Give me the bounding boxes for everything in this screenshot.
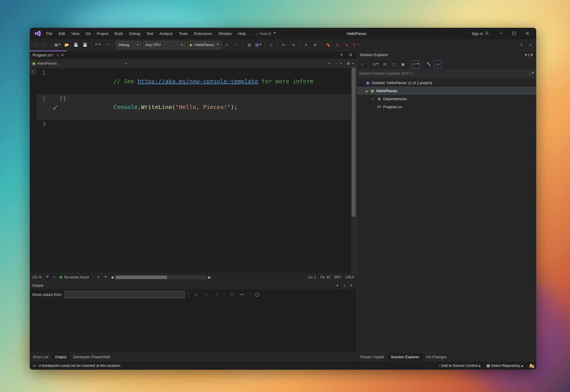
select-repository-button[interactable]: ▦ Select Repository ▴ (486, 363, 523, 368)
menu-analyze[interactable]: Analyze (157, 30, 175, 37)
live-share-button[interactable]: ⇪ (517, 41, 525, 49)
new-item-button[interactable]: ▦ (54, 41, 62, 49)
scroll-right-icon[interactable]: ▶ (208, 275, 211, 279)
vertical-scrollbar[interactable] (351, 68, 357, 273)
panel-dropdown-button[interactable]: ▾ (334, 282, 341, 288)
indent-mode[interactable]: SPC (334, 275, 341, 279)
menu-file[interactable]: File (43, 30, 55, 37)
menu-tools[interactable]: Tools (176, 30, 191, 37)
save-all-button[interactable]: 💾 (81, 41, 89, 49)
nav-extra-2[interactable]: ⊕ (345, 59, 357, 68)
feedback-button[interactable]: ☺ (527, 41, 535, 49)
tab-solution-explorer[interactable]: Solution Explorer (387, 353, 423, 361)
panel-dropdown-button[interactable]: ▾ (525, 53, 527, 57)
sx-properties-button[interactable]: 🔧 (425, 60, 433, 68)
solution-config-combo[interactable]: Debug (116, 41, 142, 49)
bookmark-prev-button[interactable]: 🔖 (333, 41, 341, 49)
menu-project[interactable]: Project (94, 30, 111, 37)
save-button[interactable]: 💾 (72, 41, 80, 49)
expander-icon[interactable]: ▷ (371, 97, 375, 101)
sx-view-mode-button[interactable]: ⤢ (412, 60, 420, 68)
start-debug-button[interactable]: ▶ HelloPieces (187, 41, 222, 49)
close-button[interactable] (521, 29, 534, 38)
hot-reload-button[interactable]: ⟳ (232, 41, 240, 49)
eol-mode[interactable]: CRLF (345, 275, 354, 279)
toolbar-btn-3[interactable]: ⌂ (267, 41, 275, 49)
output-body[interactable] (30, 300, 357, 353)
sign-in-button[interactable]: Sign in (472, 31, 489, 36)
menu-extensions[interactable]: Extensions (191, 30, 215, 37)
intellisense-icon[interactable]: ✧ (53, 275, 56, 279)
nav-type-combo[interactable] (130, 59, 333, 68)
menu-git[interactable]: Git (83, 30, 93, 37)
tab-overflow-button[interactable]: ▾ (338, 51, 346, 59)
tree-project-node[interactable]: ◢ ▣ HelloPieces (357, 87, 536, 95)
tab-git-changes[interactable]: Git Changes (423, 353, 450, 361)
outdent-button[interactable]: ⇤ (280, 41, 288, 49)
scrollbar-thumb[interactable] (116, 276, 167, 279)
panel-pin-button[interactable]: ⊥ (527, 53, 530, 57)
tab-close-icon[interactable]: ✕ (61, 53, 64, 57)
tab-pieces-copilot[interactable]: Pieces Copilot (357, 353, 387, 361)
bookmark-button[interactable]: 🔖 (324, 41, 332, 49)
nav-extra-1[interactable]: ↕ (333, 59, 345, 68)
solution-explorer-search[interactable]: Search Solution Explorer (Ctrl+;) ⌕ (357, 70, 536, 78)
pin-icon[interactable]: ⊣ (56, 53, 59, 57)
maximize-button[interactable] (508, 29, 521, 38)
menu-test[interactable]: Test (144, 30, 156, 37)
zoom-level[interactable]: 131 % (32, 275, 42, 279)
redo-button[interactable]: ↷ (103, 41, 111, 49)
sx-btn-4[interactable]: ▣ (399, 60, 407, 68)
toolbar-btn-2[interactable]: ▤ (254, 41, 262, 49)
open-file-button[interactable]: 📂 (63, 41, 71, 49)
screwdriver-icon[interactable] (51, 94, 60, 120)
horizontal-scrollbar[interactable]: ◀ ▶ (111, 275, 211, 279)
nav-back-button[interactable]: ◯ (31, 41, 39, 49)
output-btn-3[interactable]: ≡ (213, 290, 221, 298)
scrollbar-thumb[interactable] (352, 68, 356, 217)
panel-pin-button[interactable]: ⊥ (341, 282, 347, 288)
start-without-debug-button[interactable]: ▷ (223, 41, 231, 49)
tree-dependencies-node[interactable]: ▷ ⊞ Dependencies (357, 95, 536, 103)
text-editor-surface[interactable]: 1 // See https://aka.ms/new-console-temp… (37, 68, 357, 273)
notifications-button[interactable]: 🔔1 (529, 363, 533, 368)
bookmark-next-button[interactable]: 🔖 (343, 41, 351, 49)
output-btn-2[interactable]: ≡ (202, 290, 210, 298)
sx-preview-button[interactable]: ▭ (434, 60, 442, 68)
url-link[interactable]: https://aka.ms/new-console-template (138, 78, 258, 85)
expander-icon[interactable]: ◢ (364, 89, 368, 93)
expander-icon[interactable] (360, 81, 364, 85)
output-clear-button[interactable]: ◯ (253, 290, 261, 298)
panel-close-button[interactable]: ✕ (348, 282, 354, 288)
cursor-char[interactable]: Ch: 33 (320, 275, 330, 279)
brush-icon[interactable]: ✎ (97, 275, 100, 279)
tree-file-node[interactable]: C# Program.cs (357, 103, 536, 111)
menu-build[interactable]: Build (112, 30, 126, 37)
tab-settings-button[interactable]: ⚙ (347, 51, 355, 59)
sx-btn-3[interactable]: ▢ (390, 60, 398, 68)
tab-output[interactable]: Output (52, 353, 70, 361)
tree-solution-node[interactable]: ▣ Solution 'HelloPieces' (1 of 1 project… (357, 79, 536, 87)
output-btn-1[interactable]: ≣ (192, 290, 200, 298)
menu-view[interactable]: View (68, 30, 82, 37)
output-wrap-button[interactable]: ↩ (238, 290, 246, 298)
add-source-control-button[interactable]: ↑ Add to Source Control ▴ (438, 363, 481, 368)
panel-close-button[interactable]: ✕ (530, 53, 533, 57)
sx-home-button[interactable]: ⌂ (359, 60, 367, 68)
nav-project-combo[interactable]: ▣ HelloPieces (30, 59, 130, 68)
solution-tree[interactable]: ▣ Solution 'HelloPieces' (1 of 1 project… (357, 78, 536, 353)
chevron-down-icon[interactable] (46, 276, 49, 278)
code-editor[interactable]: {▫ 1 // See https://aka.ms/new-console-t… (30, 68, 357, 273)
menu-edit[interactable]: Edit (56, 30, 68, 37)
bookmark-clear-button[interactable]: 🔖 (352, 41, 360, 49)
indent-button[interactable]: ⇥ (289, 41, 297, 49)
sx-sync-button[interactable]: ⇄ (381, 60, 389, 68)
cursor-line[interactable]: Ln: 2 (308, 275, 316, 279)
undo-button[interactable]: ↶ (94, 41, 102, 49)
menu-window[interactable]: Window (216, 30, 235, 37)
scroll-left-icon[interactable]: ◀ (111, 275, 113, 279)
issues-indicator[interactable]: No issues found (60, 275, 89, 279)
tab-error-list[interactable]: Error List (30, 353, 52, 361)
tab-developer-powershell[interactable]: Developer PowerShell (70, 353, 114, 361)
uncomment-button[interactable]: ≢ (311, 41, 319, 49)
